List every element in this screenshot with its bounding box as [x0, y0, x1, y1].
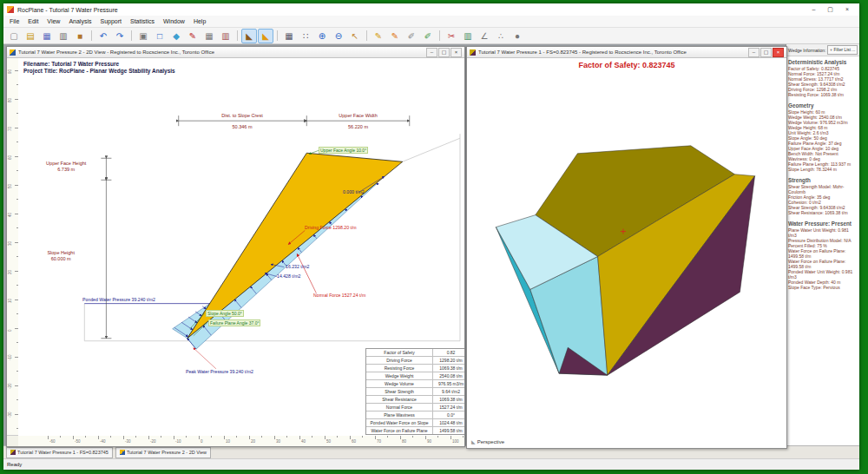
wedge-2d-view-icon[interactable]: ◣: [241, 29, 257, 43]
model-header: Filename: Tutorial 7 Water Pressure Proj…: [23, 61, 175, 75]
menu-analysis[interactable]: Analysis: [64, 18, 95, 24]
close-button[interactable]: ×: [845, 6, 849, 13]
table-cell-label: Shear Resistance: [366, 396, 433, 403]
menu-help[interactable]: Help: [189, 18, 210, 24]
wedge-3d-model[interactable]: [467, 67, 786, 448]
open-icon[interactable]: ▤: [23, 29, 38, 43]
dim-sh-value: 60.000 m: [51, 256, 71, 261]
ruler-label: 100: [452, 439, 459, 444]
ruler-tick: [400, 436, 401, 439]
table-cell-value: 0.82: [433, 349, 464, 356]
menu-view[interactable]: View: [43, 18, 64, 24]
sidebar-list[interactable]: Deterministic AnalysisFactor of Safety: …: [786, 56, 859, 445]
section-icon[interactable]: ✂: [444, 29, 459, 43]
window-tab[interactable]: Tutorial 7 Water Pressure 2 - 2D View: [115, 447, 211, 458]
menu-statistics[interactable]: Statistics: [126, 18, 159, 24]
ruler-tick: [48, 436, 49, 439]
ponded-water-pressure-label: Ponded Water Pressure 39.240 t/m2: [82, 297, 155, 302]
app-titlebar[interactable]: RocPlane - Tutorial 7 Water Pressure – ▢…: [3, 3, 859, 16]
scatter-plot-icon[interactable]: ∴: [493, 29, 509, 43]
sidebar-title: Wedge Information:: [788, 48, 826, 53]
zoom-in-icon[interactable]: ⊕: [314, 29, 330, 43]
window-3d-close-button[interactable]: ×: [773, 48, 784, 57]
minimize-button[interactable]: –: [812, 6, 815, 13]
menu-file[interactable]: File: [5, 18, 23, 24]
table-cell-value: 1069.38 t/m: [433, 365, 464, 372]
annotate-icon[interactable]: ✐: [420, 29, 436, 43]
table-cell-value: 2540.08 t/m: [433, 372, 464, 379]
print-icon[interactable]: ▥: [56, 29, 71, 43]
measure-icon[interactable]: ✐: [404, 29, 419, 43]
redo-icon[interactable]: ↷: [112, 29, 128, 43]
ruler-label: 10: [226, 439, 230, 444]
undo-icon[interactable]: ↶: [95, 29, 111, 43]
info-icon[interactable]: ●: [510, 29, 525, 43]
view-mode-label: ◣ Perspective: [471, 438, 504, 444]
window-3d-restore-button[interactable]: ▢: [760, 48, 772, 57]
edit-geometry-icon[interactable]: ✎: [185, 29, 201, 43]
table-cell-value: 1499.58 t/m: [433, 427, 464, 434]
table-row: Shear Resistance1069.38 t/m: [366, 396, 464, 404]
chart-view-icon[interactable]: ◆: [168, 29, 184, 43]
sidebar-section-title: Deterministic Analysis: [788, 59, 858, 65]
new-icon[interactable]: ▢: [6, 29, 22, 43]
display-options-icon[interactable]: □: [152, 29, 168, 43]
menu-bar: FileEditViewAnalysisSupportStatisticsWin…: [3, 16, 859, 28]
zero-pressure-label: 0.000 t/m2: [343, 189, 365, 194]
factor-of-safety-banner: Factor of Safety: 0.823745: [467, 61, 786, 69]
histogram-plot-icon[interactable]: ▥: [460, 29, 476, 43]
menu-window[interactable]: Window: [159, 18, 189, 24]
perspective-text: Perspective: [477, 439, 504, 444]
ruler-minor-tick: [437, 436, 438, 438]
desktop: RocPlane - Tutorial 7 Water Pressure – ▢…: [0, 0, 868, 474]
sidebar-item: Shear Strength Model: Mohr-Coulomb: [788, 184, 858, 194]
ruler-minor-tick: [362, 436, 363, 438]
table-cell-label: Water Force on Failure Plane: [366, 427, 433, 434]
wedge-information-panel: Wedge Information: ▼ Filter List ... Det…: [786, 44, 859, 445]
table-cell-value: 1069.38 t/m: [433, 396, 464, 403]
ruler-label: 0: [8, 329, 12, 332]
window-2d-minimize-button[interactable]: –: [426, 48, 437, 57]
table-cell-label: Driving Force: [366, 357, 433, 364]
filter-list-button[interactable]: ▼ Filter List ...: [827, 45, 858, 55]
toolbar-separator: [366, 30, 367, 41]
save-icon[interactable]: ▦: [39, 29, 55, 43]
grid-icon[interactable]: ▦: [201, 29, 217, 43]
ruler-label: -30: [125, 439, 131, 444]
filename-line: Filename: Tutorial 7 Water Pressure: [23, 61, 175, 68]
ruler-minor-tick: [60, 436, 61, 438]
wedge-3d-view-icon[interactable]: ◣: [258, 29, 273, 43]
canvas-2d[interactable]: Filename: Tutorial 7 Water Pressure Proj…: [18, 58, 464, 436]
ruler-label: 20: [251, 439, 255, 444]
window-tab[interactable]: Tutorial 7 Water Pressure 1 - FS=0.82374…: [6, 447, 113, 458]
dim-ufh-value: 6.739 m: [57, 167, 75, 172]
line-plot-icon[interactable]: ∠: [477, 29, 492, 43]
table-cell-value: 1298.20 t/m: [433, 357, 464, 364]
export-image-icon[interactable]: ■: [72, 29, 88, 43]
paste-icon[interactable]: ▣: [135, 29, 151, 43]
window-2d-titlebar[interactable]: Tutorial 7 Water Pressure 2 - 2D View - …: [7, 47, 464, 58]
add-seismic-force-icon[interactable]: ✎: [387, 29, 403, 43]
ruler-label: -10: [175, 439, 181, 444]
window-3d-minimize-button[interactable]: –: [748, 48, 760, 57]
peak-pressure-pointer: [194, 348, 216, 369]
ruler-minor-tick: [337, 436, 338, 438]
maximize-button[interactable]: ▢: [827, 6, 833, 13]
zoom-out-icon[interactable]: ⊖: [331, 29, 346, 43]
table-row: Shear Strength9.64 t/m2: [366, 388, 464, 396]
info-table-icon[interactable]: ▦: [281, 29, 297, 43]
sidebar-section: Deterministic AnalysisFactor of Safety: …: [788, 59, 858, 97]
add-external-force-icon[interactable]: ✎: [371, 29, 386, 43]
menu-support[interactable]: Support: [95, 18, 126, 24]
tile-windows-icon[interactable]: ∷: [298, 29, 313, 43]
window-2d-restore-button[interactable]: ▢: [438, 48, 450, 57]
window-2d-close-button[interactable]: ×: [450, 48, 462, 57]
window-3d-titlebar[interactable]: Tutorial 7 Water Pressure 1 - FS=0.82374…: [467, 47, 786, 58]
ruler-tick: [199, 436, 200, 439]
compute-icon[interactable]: ▥: [218, 29, 233, 43]
ruler-label: 80: [8, 98, 12, 102]
status-text: Ready: [7, 462, 22, 467]
dim-sh-label: Slope Height: [47, 250, 75, 255]
select-icon[interactable]: ↖: [347, 29, 363, 43]
menu-edit[interactable]: Edit: [23, 18, 43, 24]
